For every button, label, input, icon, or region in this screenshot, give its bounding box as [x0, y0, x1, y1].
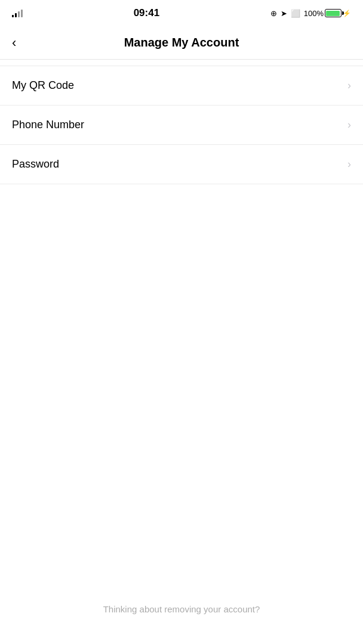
chevron-right-icon-phone: › [347, 119, 351, 131]
chevron-right-icon-password: › [347, 158, 351, 171]
status-bar: 09:41 ⊕ ➤ ⬜ 100% ⚡ [0, 0, 363, 26]
chevron-right-icon-qr-code: › [347, 79, 351, 92]
back-button[interactable]: ‹ [12, 30, 21, 55]
status-bar-right: ⊕ ➤ ⬜ 100% ⚡ [270, 9, 351, 18]
signal-icon [12, 9, 23, 17]
battery-fill [326, 11, 340, 16]
location-icon: ➤ [281, 9, 287, 18]
status-bar-left [12, 9, 23, 17]
menu-item-label-phone-number: Phone Number [12, 119, 84, 131]
menu-item-qr-code[interactable]: My QR Code › [0, 66, 363, 106]
menu-item-phone-number[interactable]: Phone Number › [0, 106, 363, 145]
battery-percent: 100% [304, 9, 324, 18]
lock-icon: ⊕ [270, 9, 277, 18]
menu-item-password[interactable]: Password › [0, 145, 363, 184]
battery-icon [325, 9, 342, 17]
battery-container: 100% ⚡ [304, 9, 351, 18]
menu-item-label-password: Password [12, 158, 59, 171]
status-time: 09:41 [134, 7, 159, 19]
page-title: Manage My Account [124, 36, 239, 49]
remove-account-text[interactable]: Thinking about removing your account? [0, 604, 363, 614]
menu-list: My QR Code › Phone Number › Password › [0, 66, 363, 184]
menu-item-label-qr-code: My QR Code [12, 79, 74, 92]
back-chevron-icon: ‹ [12, 35, 16, 51]
nav-bar: ‹ Manage My Account [0, 26, 363, 60]
airplay-icon: ⬜ [291, 9, 300, 18]
battery-bolt-icon: ⚡ [343, 10, 351, 17]
